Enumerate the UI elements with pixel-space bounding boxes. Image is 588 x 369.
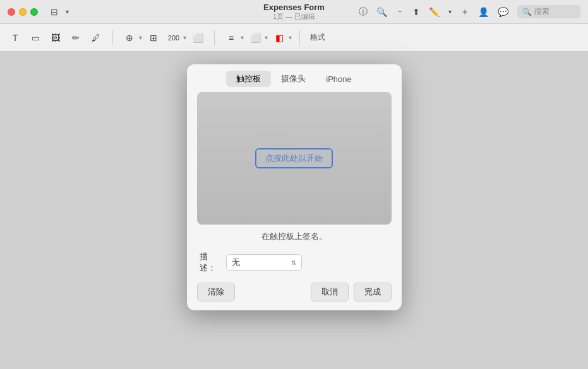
btn-right-group: 取消 完成 <box>311 283 392 302</box>
divider-3 <box>299 30 300 45</box>
divider-1 <box>112 30 113 45</box>
sign-here-button[interactable]: 点按此处以开始 <box>255 148 333 168</box>
desc-chevron: ⇅ <box>291 259 296 266</box>
titlebar-right: ⓘ 🔍 － ⬆ ✏️ ▾ ＋ 👤 💬 🔍 搜索 <box>359 5 580 18</box>
align-button[interactable]: ≡ <box>222 29 240 47</box>
shape-image-button[interactable]: 🖼 <box>47 29 64 47</box>
add-page-icon[interactable]: ＋ <box>460 6 469 18</box>
divider-2 <box>214 30 215 45</box>
clear-button[interactable]: 清除 <box>197 283 235 302</box>
titlebar-left-icons: ⊟ ▾ <box>51 7 69 17</box>
align-chevron: ▾ <box>241 34 244 41</box>
signature-hint: 在触控板上签名。 <box>187 225 402 247</box>
traffic-lights <box>8 8 38 16</box>
shape-rect-button[interactable]: ▭ <box>27 29 44 47</box>
tab-bar: 触控板 摄像头 iPhone <box>187 64 402 92</box>
align-group[interactable]: ≡ ▾ <box>222 29 244 47</box>
signature-dialog: 触控板 摄像头 iPhone 点按此处以开始 在触控板上签名。 描述： 无 ⇅ … <box>187 64 402 310</box>
zoom-out-icon[interactable]: － <box>396 6 404 17</box>
pen-button[interactable]: 🖊 <box>87 29 105 47</box>
sidebar-arrow-icon[interactable]: ▾ <box>66 8 69 15</box>
toolbar: T ▭ 🖼 ✏ 🖊 ⊕ ▾ ⊞ 200 ▾ ⬜ ≡ ▾ ⬜ ▾ ◧ ▾ 格式 <box>0 24 588 52</box>
tab-camera[interactable]: 摄像头 <box>271 71 316 87</box>
table-button[interactable]: ⊞ <box>145 29 162 47</box>
tab-trackpad[interactable]: 触控板 <box>226 71 271 87</box>
insert-group[interactable]: ⊕ ▾ <box>121 29 142 47</box>
description-row: 描述： 无 ⇅ <box>187 247 402 280</box>
color-group[interactable]: ◧ ▾ <box>270 29 292 47</box>
toolbar-insert-group: T ▭ 🖼 ✏ 🖊 <box>6 29 105 47</box>
zoom-button[interactable]: 200 <box>165 29 183 47</box>
user-icon[interactable]: 👤 <box>478 7 489 17</box>
titlebar: ⊟ ▾ Expenses Form 1页 — 已编辑 ⓘ 🔍 － ⬆ ✏️ ▾ … <box>0 0 588 24</box>
desc-select[interactable]: 无 ⇅ <box>226 254 302 271</box>
desc-value: 无 <box>232 257 240 268</box>
document-subtitle: 1页 — 已编辑 <box>263 12 325 21</box>
info-icon[interactable]: ⓘ <box>359 6 368 18</box>
style-button[interactable]: ⬜ <box>246 29 264 47</box>
sidebar-toggle-icon[interactable]: ⊟ <box>51 7 58 17</box>
zoom-chevron: ▾ <box>183 34 186 41</box>
share-icon[interactable]: ⬆ <box>412 7 420 17</box>
insert-button[interactable]: ⊕ <box>121 29 138 47</box>
minimize-button[interactable] <box>19 8 27 16</box>
comment-icon[interactable]: 💬 <box>498 7 508 17</box>
bottom-buttons: 清除 取消 完成 <box>187 280 402 310</box>
style-chevron: ▾ <box>265 34 268 41</box>
signature-drawing-area[interactable]: 点按此处以开始 <box>197 92 392 225</box>
search-icon: 🔍 <box>522 8 532 16</box>
tab-iphone[interactable]: iPhone <box>316 72 361 86</box>
document-title: Expenses Form <box>263 3 325 12</box>
page-view-button[interactable]: ⬜ <box>189 29 207 47</box>
format-button[interactable]: 格式 <box>308 31 328 44</box>
zoom-in-icon[interactable]: 🔍 <box>376 7 387 17</box>
search-placeholder: 搜索 <box>534 6 549 17</box>
color-button[interactable]: ◧ <box>270 29 288 47</box>
toolbar-insert-media-group: ⊕ ▾ ⊞ 200 ▾ ⬜ <box>121 29 207 47</box>
search-box[interactable]: 🔍 搜索 <box>517 5 580 18</box>
cancel-button[interactable]: 取消 <box>311 283 349 302</box>
draw-button[interactable]: ✏ <box>67 29 85 47</box>
done-button[interactable]: 完成 <box>354 283 392 302</box>
insert-chevron: ▾ <box>139 34 142 41</box>
pen-icon[interactable]: ✏️ <box>429 7 440 17</box>
main-content: 触控板 摄像头 iPhone 点按此处以开始 在触控板上签名。 描述： 无 ⇅ … <box>0 52 588 369</box>
color-chevron: ▾ <box>289 34 292 41</box>
zoom-group[interactable]: 200 ▾ <box>165 29 186 47</box>
desc-label: 描述： <box>200 251 220 274</box>
toolbar-align-group: ≡ ▾ ⬜ ▾ ◧ ▾ <box>222 29 292 47</box>
fullscreen-button[interactable] <box>30 8 38 16</box>
style-group[interactable]: ⬜ ▾ <box>246 29 268 47</box>
text-tool-button[interactable]: T <box>6 29 24 47</box>
close-button[interactable] <box>8 8 15 16</box>
pen-arrow-icon[interactable]: ▾ <box>448 8 452 15</box>
titlebar-center: Expenses Form 1页 — 已编辑 <box>263 3 325 21</box>
